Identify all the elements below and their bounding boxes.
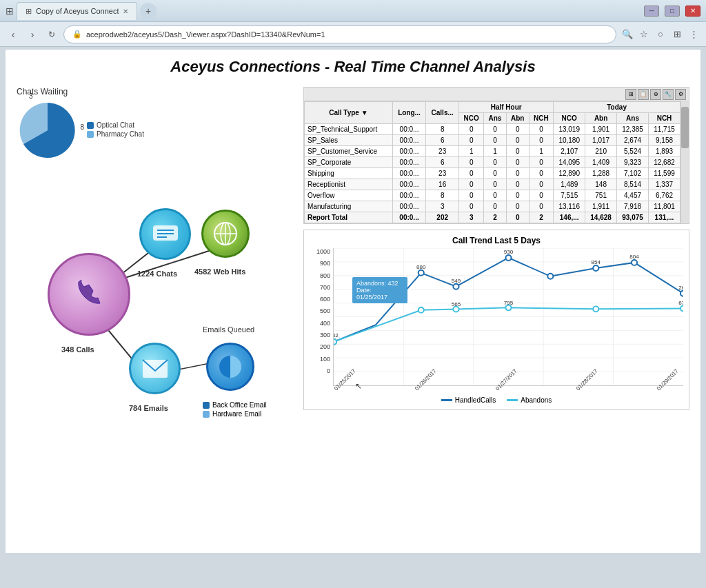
emails-queued-label: Emails Queued xyxy=(203,325,254,334)
cell-calls: 16 xyxy=(426,179,459,190)
chart-legend: HandledCalls Abandons xyxy=(310,396,683,404)
cell-hf-nch: 0 xyxy=(529,201,554,212)
cell-hf-nch: 1 xyxy=(529,146,554,157)
y-0: 0 xyxy=(310,367,330,374)
browser-tab[interactable]: ⊞ Copy of Aceyus Connect... ✕ xyxy=(17,2,137,20)
legend-item-optical: Optical Chat xyxy=(87,121,144,129)
cell-td-nch: 9,158 xyxy=(649,135,680,146)
cell-td-nch: 12,682 xyxy=(649,157,680,168)
abandons-line xyxy=(507,399,518,401)
col-td-ans: Ans xyxy=(617,113,649,124)
page-content: Aceyus Connections - Real Time Channel A… xyxy=(6,50,700,553)
cell-td-abn: 1,409 xyxy=(585,157,617,168)
legend-item-pharmacy: Pharmacy Chat xyxy=(87,130,144,138)
cell-calltype: Receptionist xyxy=(305,179,393,190)
chart-tooltip: Abandons: 432 Date: 01/25/2017 xyxy=(352,277,407,303)
chats-node xyxy=(139,208,191,260)
toolbar-icon-2[interactable]: 📋 xyxy=(638,89,649,100)
address-bar[interactable]: 🔒 aceprodweb2/aceyus5/Dash_Viewer.aspx?D… xyxy=(63,26,616,43)
svg-point-33 xyxy=(505,255,511,261)
table-row: Manufacturing 00:0... 3 0 0 0 0 13,116 1… xyxy=(305,201,680,212)
cell-hf-ans: 0 xyxy=(484,190,506,201)
y-axis: 1000 900 800 700 600 500 400 300 200 100… xyxy=(310,248,330,394)
svg-text:795: 795 xyxy=(504,300,514,306)
menu-icon[interactable]: ⋮ xyxy=(687,29,700,39)
svg-text:432: 432 xyxy=(333,332,339,338)
svg-text:854: 854 xyxy=(591,259,601,265)
col-td-nch: NCH xyxy=(649,113,680,124)
svg-point-32 xyxy=(453,284,458,290)
cell-hf-nco: 0 xyxy=(459,135,484,146)
cell-td-abn: 1,901 xyxy=(585,124,617,135)
cell-hf-ans: 1 xyxy=(484,146,506,157)
cell-calls: 23 xyxy=(426,168,459,179)
refresh-button[interactable]: ↻ xyxy=(44,27,59,42)
svg-point-39 xyxy=(418,307,424,313)
cell-long: 00:0... xyxy=(392,168,425,179)
cell-calltype: Overflow xyxy=(305,190,393,201)
tab-close-btn[interactable]: ✕ xyxy=(123,8,128,15)
y-100: 100 xyxy=(310,356,330,363)
cell-td-nch: 1,893 xyxy=(649,146,680,157)
cell-hf-abn: 0 xyxy=(506,135,529,146)
cell-td-nco: 1,489 xyxy=(554,179,585,190)
col-hf-ans: Ans xyxy=(484,113,506,124)
chats-label: 1224 Chats xyxy=(137,270,177,278)
cell-td-abn: 1,288 xyxy=(585,168,617,179)
table-row: SP_Sales 00:0... 6 0 0 0 0 10,180 1,017 … xyxy=(305,135,680,146)
y-900: 900 xyxy=(310,260,330,267)
chart-plot: 432 880 549 565 930 795 854 804 264 670 xyxy=(333,248,683,394)
pharmacy-dot xyxy=(87,131,94,138)
cell-td-nch: 11,801 xyxy=(649,201,680,212)
table-toolbar: ⊞ 📋 ⊕ 🔧 ⚙ xyxy=(304,88,689,101)
cell-hf-nco: 0 xyxy=(459,168,484,179)
cell-hf-abn: 0 xyxy=(506,146,529,157)
left-panel: Chats Waiting 3 8 xyxy=(17,87,292,429)
svg-point-40 xyxy=(453,307,458,312)
table-scrollbar[interactable] xyxy=(680,101,689,223)
address-bar-row: ‹ › ↻ 🔒 aceprodweb2/aceyus5/Dash_Viewer.… xyxy=(0,22,706,47)
cell-calls: 8 xyxy=(426,190,459,201)
col-td-nco: NCO xyxy=(554,113,585,124)
cell-td-nco: 13,116 xyxy=(554,201,585,212)
toolbar-icon-3[interactable]: ⊕ xyxy=(650,89,661,100)
bookmark-icon[interactable]: ☆ xyxy=(637,29,651,39)
cell-calls: 23 xyxy=(426,146,459,157)
cell-calltype: SP_Sales xyxy=(305,135,393,146)
cell-hf-ans: 0 xyxy=(484,168,506,179)
col-calls: Calls... xyxy=(426,102,459,124)
toolbar-icon-1[interactable]: ⊞ xyxy=(625,89,636,100)
apps-icon[interactable]: ⊞ xyxy=(670,29,684,39)
search-icon[interactable]: 🔍 xyxy=(621,29,634,39)
tooltip-abandons-value: 432 xyxy=(388,280,399,287)
minimize-btn[interactable]: ─ xyxy=(644,6,659,17)
maximize-btn[interactable]: □ xyxy=(665,6,680,17)
hardware-dot xyxy=(203,411,210,418)
close-btn[interactable]: ✕ xyxy=(685,6,700,17)
web-node xyxy=(201,210,250,258)
cell-td-abn: 148 xyxy=(585,179,617,190)
calls-node xyxy=(48,253,130,336)
back-button[interactable]: ‹ xyxy=(6,27,21,42)
toolbar-icon-5[interactable]: ⚙ xyxy=(675,89,686,100)
svg-text:670: 670 xyxy=(678,300,683,306)
toolbar-icons: 🔍 ☆ ○ ⊞ ⋮ xyxy=(621,29,700,39)
legend-handled-label: HandledCalls xyxy=(455,396,496,404)
optical-dot xyxy=(87,122,94,129)
legend-abandons-label: Abandons xyxy=(521,396,552,404)
email-node xyxy=(129,343,181,394)
new-tab-button[interactable]: + xyxy=(140,3,157,19)
cell-hf-ans: 0 xyxy=(484,201,506,212)
profile-icon[interactable]: ○ xyxy=(654,29,667,39)
cell-td-nch: 11,715 xyxy=(649,124,680,135)
toolbar-icon-4[interactable]: 🔧 xyxy=(663,89,674,100)
cell-hf-abn: 0 xyxy=(506,201,529,212)
scrollbar-thumb[interactable] xyxy=(681,107,689,148)
cell-long: 00:0... xyxy=(392,157,425,168)
forward-button[interactable]: › xyxy=(25,27,40,42)
cell-td-abn: 210 xyxy=(585,146,617,157)
cell-hf-nco: 0 xyxy=(459,179,484,190)
y-500: 500 xyxy=(310,307,330,314)
col-group-today: Today xyxy=(554,102,680,113)
cell-hf-nch: 0 xyxy=(529,135,554,146)
